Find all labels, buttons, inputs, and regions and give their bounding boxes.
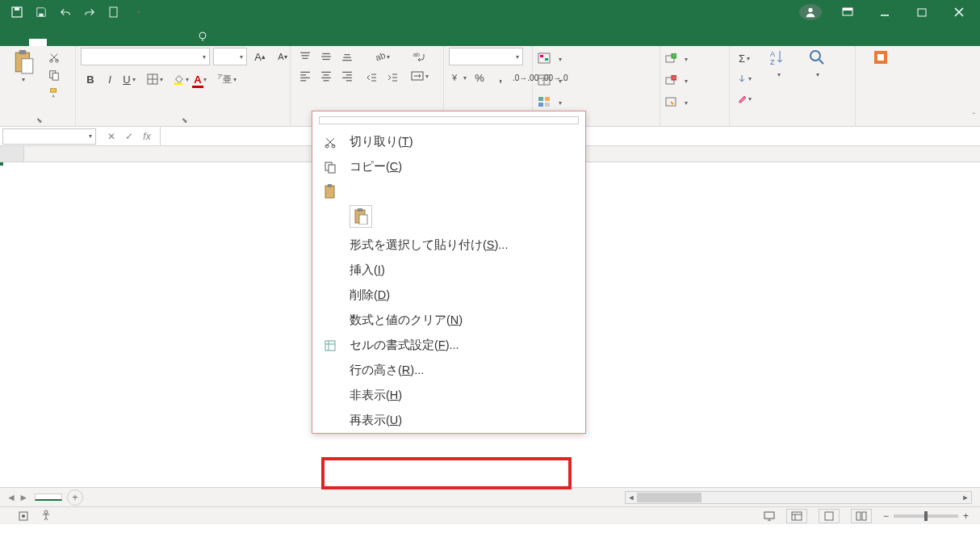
zoom-in-icon[interactable]: +: [963, 510, 969, 522]
minimize-icon[interactable]: [867, 1, 903, 23]
paste-option-default[interactable]: [350, 205, 372, 228]
ribbon-display-icon[interactable]: [830, 1, 865, 23]
close-icon[interactable]: [941, 1, 977, 23]
increase-font-icon[interactable]: A▴: [250, 48, 270, 65]
cut-icon[interactable]: [45, 49, 63, 65]
menu-search-input[interactable]: [319, 116, 579, 124]
tab-developer[interactable]: [153, 39, 171, 46]
align-middle-icon[interactable]: [316, 48, 336, 65]
tab-file[interactable]: [11, 39, 29, 46]
percent-format-icon[interactable]: %: [470, 69, 489, 86]
new-sheet-button[interactable]: +: [67, 489, 83, 506]
ctx-copy[interactable]: コピー(C): [312, 154, 585, 179]
macro-record-icon[interactable]: [18, 510, 29, 522]
ctx-hide[interactable]: 非表示(H): [312, 383, 585, 408]
format-painter-icon[interactable]: [45, 85, 63, 101]
accounting-format-icon[interactable]: ¥: [449, 69, 468, 86]
align-left-icon[interactable]: [295, 67, 315, 85]
tab-layout[interactable]: [65, 39, 82, 46]
bold-button[interactable]: B: [81, 70, 100, 88]
accessibility-status[interactable]: [40, 510, 52, 522]
font-color-icon[interactable]: A: [191, 70, 210, 88]
redo-icon[interactable]: [79, 2, 100, 22]
align-top-icon[interactable]: [295, 48, 315, 65]
collapse-ribbon-icon[interactable]: ˇ: [973, 112, 975, 121]
ctx-cut[interactable]: 切り取り(T): [312, 129, 585, 154]
cancel-formula-icon[interactable]: ✕: [103, 131, 119, 142]
paste-button[interactable]: ▾: [5, 48, 42, 83]
cell-styles-button[interactable]: [538, 91, 562, 111]
tab-insert[interactable]: [47, 39, 65, 46]
wrap-text-icon[interactable]: ab: [408, 48, 431, 65]
horizontal-scrollbar[interactable]: ◄ ►: [625, 491, 972, 504]
dialog-launcher-icon[interactable]: ⬊: [36, 116, 43, 124]
new-sheet-icon[interactable]: [103, 2, 124, 22]
zoom-out-icon[interactable]: −: [883, 510, 889, 522]
dialog-launcher-icon[interactable]: ⬊: [182, 116, 188, 124]
tab-help[interactable]: [171, 39, 189, 46]
fx-icon[interactable]: fx: [139, 131, 155, 142]
page-break-view-icon[interactable]: [851, 509, 872, 523]
fill-color-icon[interactable]: [171, 70, 191, 88]
format-as-table-button[interactable]: [538, 69, 562, 90]
tab-data[interactable]: [100, 39, 118, 46]
insert-cells-button[interactable]: [665, 48, 688, 68]
decrease-font-icon[interactable]: A▾: [273, 48, 292, 65]
ctx-row-height[interactable]: 行の高さ(R)...: [312, 358, 585, 383]
sort-filter-button[interactable]: AZ: [759, 48, 798, 78]
fill-icon[interactable]: [735, 69, 754, 87]
ctx-insert[interactable]: 挿入(I): [312, 258, 585, 283]
enter-formula-icon[interactable]: ✓: [121, 131, 137, 142]
delete-cells-button[interactable]: [665, 69, 688, 90]
scroll-thumb[interactable]: [637, 493, 701, 502]
maximize-icon[interactable]: [904, 1, 940, 23]
sheet-nav[interactable]: ◄ ►: [0, 492, 35, 503]
scroll-right-icon[interactable]: ►: [960, 492, 971, 503]
ctx-format-cells[interactable]: セルの書式設定(F)...: [312, 333, 585, 358]
zoom-slider[interactable]: [894, 514, 958, 518]
align-center-icon[interactable]: [316, 67, 336, 85]
tab-home[interactable]: [29, 39, 47, 46]
normal-view-icon[interactable]: [786, 509, 807, 523]
borders-icon[interactable]: [145, 70, 165, 88]
tell-me-search[interactable]: [197, 31, 213, 46]
ctx-clear[interactable]: 数式と値のクリア(N): [312, 308, 585, 333]
tab-view[interactable]: [136, 39, 153, 46]
orientation-icon[interactable]: ab: [362, 48, 402, 65]
scroll-left-icon[interactable]: ◄: [626, 492, 637, 503]
ctx-unhide[interactable]: 再表示(U): [312, 408, 585, 433]
copy-icon[interactable]: [45, 67, 63, 83]
find-select-button[interactable]: [798, 48, 836, 78]
font-name-combo[interactable]: ▾: [81, 48, 210, 65]
qat-customize[interactable]: [128, 2, 149, 22]
tab-formulas[interactable]: [82, 39, 100, 46]
decrease-indent-icon[interactable]: [362, 69, 381, 86]
zoom-control[interactable]: − +: [883, 510, 974, 522]
select-all-corner[interactable]: [0, 146, 24, 162]
autosave-icon[interactable]: [6, 2, 27, 22]
italic-button[interactable]: I: [100, 70, 119, 88]
ctx-paste-special[interactable]: 形式を選択して貼り付け(S)...: [312, 233, 585, 258]
comma-format-icon[interactable]: ,: [491, 69, 510, 86]
autosum-icon[interactable]: Σ: [735, 49, 754, 67]
merge-cells-icon[interactable]: [408, 67, 431, 85]
conditional-formatting-button[interactable]: [538, 48, 562, 68]
save-icon[interactable]: [31, 2, 52, 22]
tab-review[interactable]: [118, 39, 136, 46]
name-box[interactable]: ▾: [2, 128, 96, 145]
sheet-tab[interactable]: [35, 494, 62, 501]
display-settings-button[interactable]: [764, 510, 775, 522]
undo-icon[interactable]: [55, 2, 76, 22]
ctx-delete[interactable]: 削除(D): [312, 283, 585, 308]
clear-icon[interactable]: [735, 90, 754, 107]
page-layout-view-icon[interactable]: [819, 509, 840, 523]
underline-button[interactable]: U: [119, 70, 139, 88]
user-avatar[interactable]: [799, 4, 822, 20]
number-format-combo[interactable]: ▾: [449, 48, 523, 65]
format-cells-button[interactable]: [665, 91, 688, 111]
align-right-icon[interactable]: [337, 67, 357, 85]
addin-button[interactable]: [861, 48, 900, 68]
align-bottom-icon[interactable]: [337, 48, 357, 65]
font-size-combo[interactable]: ▾: [213, 48, 247, 65]
phonetic-icon[interactable]: ア亜: [216, 70, 237, 88]
